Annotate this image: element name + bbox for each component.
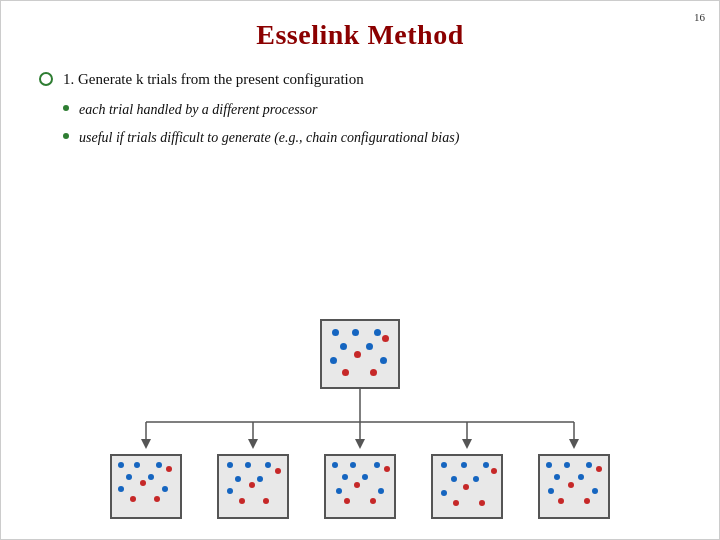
diagram — [110, 319, 610, 519]
dot — [154, 496, 160, 502]
content-area: 1. Generate k trials from the present co… — [1, 65, 719, 147]
dot — [451, 476, 457, 482]
dot — [130, 496, 136, 502]
bottom-box-1-dots — [112, 456, 180, 517]
dot — [166, 466, 172, 472]
dot — [463, 484, 469, 490]
bottom-box-2-dots — [219, 456, 287, 517]
sub-point-text-2: useful if trials difficult to generate (… — [79, 128, 459, 148]
dot — [441, 462, 447, 468]
dot — [453, 500, 459, 506]
dot — [370, 369, 377, 376]
dot — [374, 329, 381, 336]
svg-marker-9 — [462, 439, 472, 449]
dot — [586, 462, 592, 468]
dot — [380, 357, 387, 364]
dot — [118, 462, 124, 468]
dot — [148, 474, 154, 480]
bullet-icon-1 — [63, 105, 69, 111]
dot — [548, 488, 554, 494]
dot — [265, 462, 271, 468]
bottom-box-3-dots — [326, 456, 394, 517]
dot — [156, 462, 162, 468]
sub-point-text-1: each trial handled by a different proces… — [79, 100, 317, 120]
sub-points-list: each trial handled by a different proces… — [63, 100, 719, 147]
dot — [473, 476, 479, 482]
sub-point-2: useful if trials difficult to generate (… — [63, 128, 719, 148]
dot — [558, 498, 564, 504]
dot — [332, 462, 338, 468]
dot — [461, 462, 467, 468]
dot — [352, 329, 359, 336]
dot — [366, 343, 373, 350]
dot — [263, 498, 269, 504]
dot — [257, 476, 263, 482]
dot — [546, 462, 552, 468]
top-box-dots — [322, 321, 398, 387]
dot — [354, 351, 361, 358]
dot — [578, 474, 584, 480]
dot — [126, 474, 132, 480]
dot — [342, 369, 349, 376]
dot — [340, 343, 347, 350]
dot — [479, 500, 485, 506]
bullet-icon-2 — [63, 133, 69, 139]
bottom-box-2 — [217, 454, 289, 519]
dot — [140, 480, 146, 486]
arrows-svg — [110, 387, 610, 452]
main-point: 1. Generate k trials from the present co… — [39, 69, 719, 90]
bottom-box-4-dots — [433, 456, 501, 517]
dot — [235, 476, 241, 482]
dot — [249, 482, 255, 488]
dot — [554, 474, 560, 480]
dot — [483, 462, 489, 468]
dot — [239, 498, 245, 504]
dot — [592, 488, 598, 494]
dot — [491, 468, 497, 474]
dot — [134, 462, 140, 468]
dot — [162, 486, 168, 492]
dot — [118, 486, 124, 492]
dot — [275, 468, 281, 474]
dot — [354, 482, 360, 488]
dot — [584, 498, 590, 504]
dot — [378, 488, 384, 494]
dot — [330, 357, 337, 364]
dot — [596, 466, 602, 472]
dot — [374, 462, 380, 468]
bottom-box-1 — [110, 454, 182, 519]
dot — [362, 474, 368, 480]
dot — [227, 462, 233, 468]
dot — [441, 490, 447, 496]
dot — [382, 335, 389, 342]
bottom-row — [110, 454, 610, 519]
slide-number: 16 — [694, 11, 705, 23]
bottom-box-4 — [431, 454, 503, 519]
dot — [344, 498, 350, 504]
dot — [370, 498, 376, 504]
bottom-box-5-dots — [540, 456, 608, 517]
main-point-text: 1. Generate k trials from the present co… — [63, 69, 364, 90]
dot — [227, 488, 233, 494]
svg-marker-3 — [141, 439, 151, 449]
bottom-box-3 — [324, 454, 396, 519]
dot — [336, 488, 342, 494]
dot — [332, 329, 339, 336]
svg-marker-11 — [569, 439, 579, 449]
circle-bullet-icon — [39, 72, 53, 86]
dot — [245, 462, 251, 468]
dot — [350, 462, 356, 468]
svg-marker-5 — [248, 439, 258, 449]
dot — [564, 462, 570, 468]
svg-marker-7 — [355, 439, 365, 449]
dot — [342, 474, 348, 480]
dot — [384, 466, 390, 472]
bottom-box-5 — [538, 454, 610, 519]
top-box — [320, 319, 400, 389]
slide-title: Esselink Method — [1, 1, 719, 65]
sub-point-1: each trial handled by a different proces… — [63, 100, 719, 120]
dot — [568, 482, 574, 488]
slide: 16 Esselink Method 1. Generate k trials … — [0, 0, 720, 540]
